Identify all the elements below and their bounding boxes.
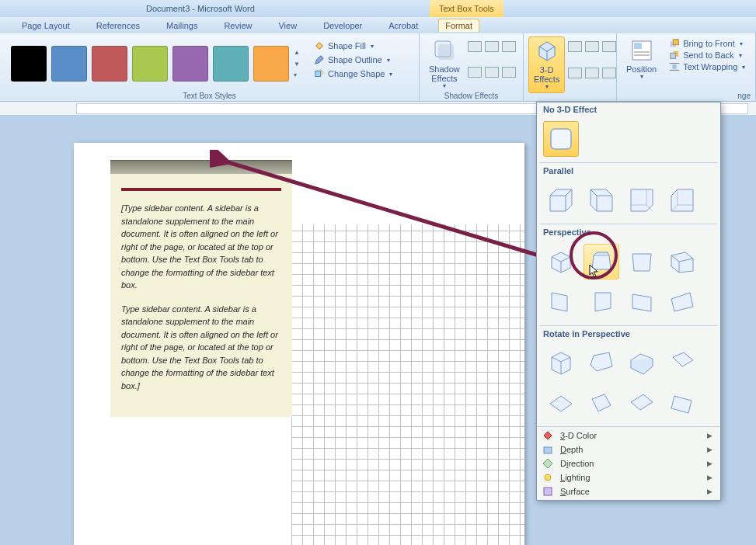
3d-effects-button[interactable]: 3-D Effects▾ [528,36,565,93]
tab-review[interactable]: Review [218,19,258,32]
svg-rect-16 [544,447,552,453]
3d-perspective-5[interactable] [543,284,579,320]
group-label-arrange: nge [737,92,751,100]
section-rotate: Rotate in Perspective [537,327,720,341]
style-gallery[interactable]: ▲▼▾ [5,36,311,82]
3d-color-menu[interactable]: 3-D Color▶ [537,429,720,443]
style-swatch-green[interactable] [132,46,168,82]
svg-rect-11 [673,64,677,68]
section-no-3d: No 3-D Effect [537,102,720,116]
tab-view[interactable]: View [272,19,303,32]
svg-rect-0 [315,71,321,77]
tab-acrobat[interactable]: Acrobat [382,19,424,32]
3d-nudge-grid[interactable] [568,36,618,93]
contextual-tab-label: Text Box Tools [430,0,503,17]
group-label-shadow: Shadow Effects [420,92,523,100]
pencil-icon [314,54,325,65]
depth-menu[interactable]: Depth▶ [537,443,720,456]
3d-parallel-3[interactable] [624,182,660,218]
3d-rotate-6[interactable] [584,386,619,422]
title-bar: Document3 - Microsoft Word [0,0,756,17]
direction-menu[interactable]: Direction▶ [537,456,720,470]
sidebar-text-box[interactable]: [Type sidebar content. A sidebar is a st… [110,160,292,417]
sidebar-body[interactable]: [Type sidebar content. A sidebar is a st… [110,174,292,417]
color-icon [542,429,554,442]
tab-developer[interactable]: Developer [317,19,368,32]
3d-rotate-5[interactable] [543,386,579,422]
surface-icon [542,485,554,498]
3d-perspective-2[interactable] [584,244,619,279]
svg-rect-4 [634,43,642,49]
3d-parallel-1[interactable] [543,182,579,218]
group-3d-effects: 3-D Effects▾ [524,33,617,101]
3d-rotate-2[interactable] [584,345,619,381]
tab-references[interactable]: References [90,19,146,32]
parallel-grid [537,178,720,223]
sidebar-rule [121,188,281,191]
lighting-icon [542,471,554,484]
svg-rect-8 [673,40,678,45]
send-to-back-button[interactable]: Send to Back▾ [666,50,748,61]
svg-point-17 [545,474,551,481]
lighting-menu[interactable]: Lighting▶ [537,470,720,484]
direction-icon [542,457,554,470]
3d-parallel-2[interactable] [584,182,619,218]
depth-icon [542,443,554,456]
section-perspective: Perspective [537,225,720,239]
send-back-icon [669,50,680,61]
style-swatch-black[interactable] [11,46,47,82]
style-swatch-blue[interactable] [51,46,87,82]
cube-icon [535,39,559,64]
3d-perspective-3[interactable] [624,244,660,279]
group-label-styles: Text Box Styles [0,92,419,100]
3d-option-none[interactable] [543,121,579,157]
style-swatch-red[interactable] [92,46,127,82]
3d-rotate-4[interactable] [664,345,700,381]
text-wrap-icon [669,61,680,72]
tab-mailings[interactable]: Mailings [160,19,204,32]
sidebar-paragraph-2[interactable]: Type sidebar content. A sidebar is a sta… [121,303,281,393]
3d-rotate-7[interactable] [624,386,660,422]
shape-outline-button[interactable]: Shape Outline▾ [311,54,395,66]
rotate-grid [537,341,720,426]
shape-fill-button[interactable]: Shape Fill▾ [311,40,395,52]
bring-front-icon [669,38,680,49]
3d-rotate-3[interactable] [624,345,660,381]
ribbon-tabs: Page Layout References Mailings Review V… [0,17,756,33]
3d-rotate-8[interactable] [664,386,700,422]
page[interactable]: [Type sidebar content. A sidebar is a st… [74,143,524,545]
surface-menu[interactable]: Surface▶ [537,484,720,498]
shadow-effects-button[interactable]: Shadow Effects▾ [424,36,465,92]
window-title: Document3 - Microsoft Word [146,4,255,13]
3d-parallel-4[interactable] [664,182,700,218]
paint-bucket-icon [314,40,325,51]
style-swatch-purple[interactable] [172,46,208,82]
section-parallel: Parallel [537,164,720,178]
3d-perspective-1[interactable] [543,244,579,279]
position-icon [629,38,654,63]
tab-format[interactable]: Format [438,19,479,32]
change-shape-button[interactable]: Change Shape▾ [311,68,395,80]
3d-perspective-4[interactable] [664,244,700,279]
bring-to-front-button[interactable]: Bring to Front▾ [666,38,748,49]
3d-perspective-8[interactable] [664,284,700,320]
style-swatch-orange[interactable] [253,46,289,82]
group-shadow-effects: Shadow Effects▾ Shadow Effects [420,33,524,101]
3d-rotate-1[interactable] [543,345,579,381]
3d-perspective-6[interactable] [584,284,619,320]
shadow-nudge-grid[interactable] [468,36,517,92]
sidebar-paragraph-1[interactable]: [Type sidebar content. A sidebar is a st… [121,202,281,292]
3d-effects-dropdown: No 3-D Effect Parallel Perspective Rotat… [536,102,721,501]
group-arrange: Position▾ Bring to Front▾ Send to Back▾ … [617,33,756,101]
style-swatch-teal[interactable] [213,46,249,82]
svg-rect-15 [551,129,571,149]
text-wrapping-button[interactable]: Text Wrapping▾ [666,61,748,72]
group-text-box-styles: ▲▼▾ Shape Fill▾ Shape Outline▾ [0,33,420,101]
shadow-icon [432,38,457,63]
tab-page-layout[interactable]: Page Layout [16,19,76,32]
3d-perspective-7[interactable] [624,284,660,320]
perspective-grid [537,239,720,325]
gallery-spinner[interactable]: ▲▼▾ [294,46,305,82]
position-button[interactable]: Position▾ [622,36,661,82]
change-shape-icon [314,68,325,79]
